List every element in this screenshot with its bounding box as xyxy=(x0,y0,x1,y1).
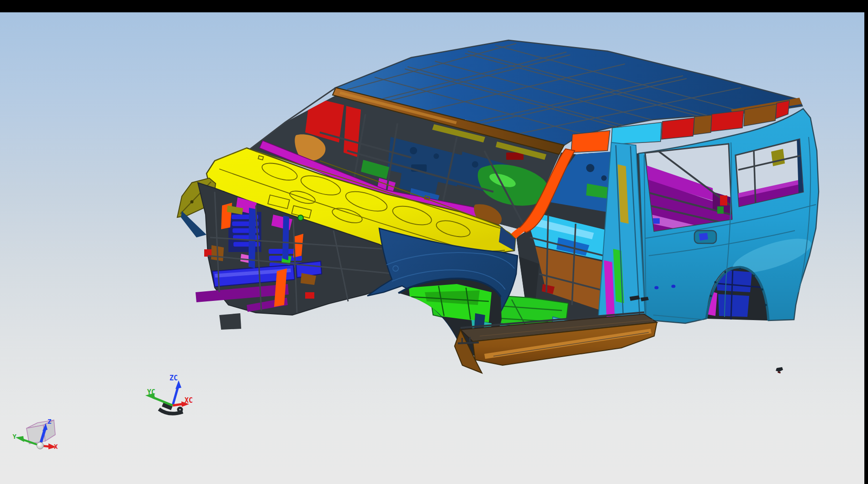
wcs-x-axis[interactable] xyxy=(173,404,182,405)
top-frame-bar xyxy=(0,0,868,12)
door-handle-insert xyxy=(699,233,708,241)
green-grommet xyxy=(298,215,303,221)
step-rod xyxy=(458,342,479,343)
wcs-x-label: XC xyxy=(185,396,193,405)
abs-origin-ball xyxy=(37,442,44,449)
wcs-y-label: YC xyxy=(147,388,155,396)
abs-x-label: X xyxy=(54,443,58,450)
abs-y-label: Y xyxy=(13,433,17,440)
car-model-canvas[interactable]: ZC YC XC Z Y X xyxy=(0,12,864,484)
tow-hook-block xyxy=(219,313,241,330)
wcs-z-label: ZC xyxy=(169,374,178,382)
graphics-viewport[interactable]: ZC YC XC Z Y X xyxy=(0,12,864,484)
cad-application-window: ZC YC XC Z Y X xyxy=(0,0,868,484)
wcs-y-axis[interactable] xyxy=(153,397,173,405)
wcs-z-axis[interactable] xyxy=(173,386,178,405)
abs-z-label: Z xyxy=(48,418,51,425)
wcs-triad[interactable]: ZC YC XC xyxy=(145,374,193,414)
abs-triad[interactable]: Z Y X xyxy=(13,418,58,450)
right-frame-bar xyxy=(864,0,868,484)
